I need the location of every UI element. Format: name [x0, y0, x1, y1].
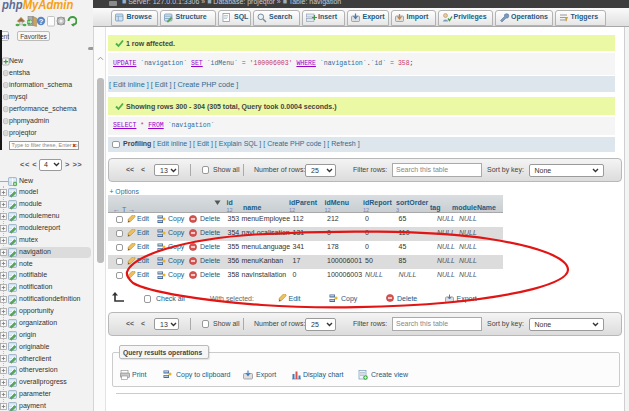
svg-text:?: ?: [39, 17, 44, 26]
